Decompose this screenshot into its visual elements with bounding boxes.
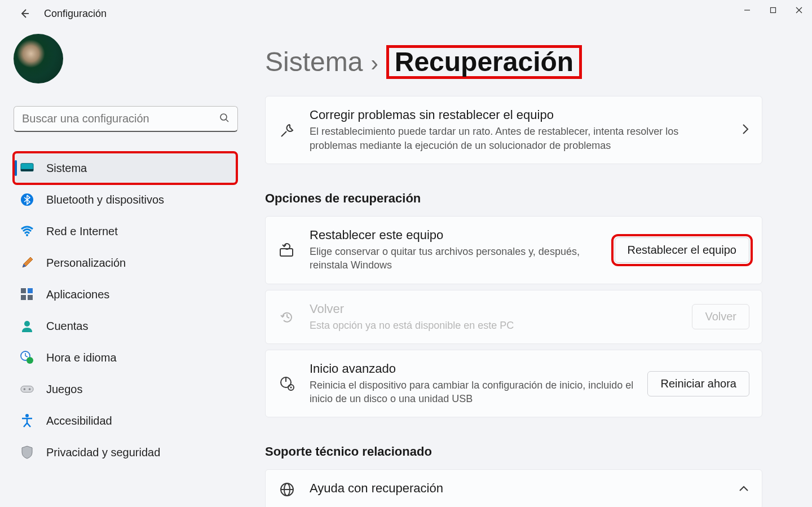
back-arrow-icon	[19, 8, 30, 19]
back-button[interactable]	[14, 2, 36, 25]
sidebar-item-system[interactable]: Sistema	[14, 152, 237, 184]
sidebar-item-accounts[interactable]: Cuentas	[14, 310, 237, 342]
svg-point-15	[24, 321, 30, 327]
svg-rect-8	[21, 169, 33, 171]
sidebar-item-apps[interactable]: Aplicaciones	[14, 279, 237, 310]
card-title: Inicio avanzado	[310, 361, 634, 376]
window-controls	[734, 0, 812, 20]
svg-point-22	[29, 388, 31, 390]
apps-icon	[20, 288, 34, 301]
svg-rect-14	[28, 295, 33, 300]
wrench-icon	[278, 122, 296, 138]
reset-pc-button[interactable]: Restablecer el equipo	[615, 237, 749, 263]
svg-rect-12	[28, 288, 33, 293]
card-description: Reinicia el dispositivo para cambiar la …	[310, 378, 634, 406]
svg-point-30	[290, 387, 292, 389]
history-icon	[278, 309, 296, 325]
power-gear-icon	[278, 375, 296, 392]
card-action: Volver	[692, 304, 749, 329]
reset-pc-icon	[278, 241, 296, 258]
chevron-up-icon	[738, 484, 749, 495]
card-go-back: Volver Esta opción ya no está disponible…	[265, 290, 762, 344]
breadcrumb-separator-icon: ›	[370, 51, 378, 76]
sidebar: Sistema Bluetooth y dispositivos Red e I…	[0, 34, 242, 468]
bluetooth-icon	[20, 193, 34, 206]
breadcrumb-parent[interactable]: Sistema	[265, 46, 363, 77]
maximize-icon	[770, 7, 776, 14]
shield-icon	[20, 446, 34, 459]
sidebar-item-bluetooth[interactable]: Bluetooth y dispositivos	[14, 184, 237, 215]
maximize-button[interactable]	[760, 0, 786, 20]
sidebar-item-label: Accesibilidad	[46, 415, 112, 427]
card-reset-pc: Restablecer este equipo Elige conservar …	[265, 216, 762, 284]
card-troubleshoot[interactable]: Corregir problemas sin restablecer el eq…	[265, 96, 762, 164]
card-description: Elige conservar o quitar tus archivos pe…	[310, 245, 601, 272]
sidebar-item-label: Cuentas	[46, 320, 89, 333]
sidebar-item-label: Hora e idioma	[46, 351, 117, 364]
paintbrush-icon	[20, 256, 34, 270]
monitor-icon	[20, 161, 34, 175]
card-action: Reiniciar ahora	[647, 371, 749, 396]
sidebar-item-time-language[interactable]: Hora e idioma	[14, 342, 237, 373]
sidebar-item-label: Red e Internet	[46, 225, 118, 238]
svg-rect-24	[280, 249, 293, 256]
svg-rect-1	[771, 8, 776, 13]
sidebar-item-label: Bluetooth y dispositivos	[46, 193, 164, 206]
section-related-support: Soporte técnico relacionado	[265, 444, 768, 459]
close-button[interactable]	[786, 0, 812, 20]
svg-rect-11	[21, 288, 26, 293]
sidebar-item-personalization[interactable]: Personalización	[14, 247, 237, 279]
user-avatar[interactable]	[14, 34, 63, 83]
svg-point-10	[26, 234, 28, 236]
svg-line-6	[226, 120, 228, 122]
main-content: Sistema › Recuperación Corregir problema…	[265, 45, 768, 507]
gamepad-icon	[20, 382, 34, 396]
sidebar-item-label: Privacidad y seguridad	[46, 446, 160, 459]
card-title: Restablecer este equipo	[310, 228, 601, 243]
card-advanced-startup: Inicio avanzado Reinicia el dispositivo …	[265, 350, 762, 418]
active-indicator	[15, 160, 17, 176]
restart-now-button[interactable]: Reiniciar ahora	[647, 371, 749, 396]
section-recovery-options: Opciones de recuperación	[265, 191, 768, 206]
chevron-right-icon	[742, 123, 749, 138]
accessibility-icon	[20, 414, 34, 427]
card-body: Volver Esta opción ya no está disponible…	[310, 302, 678, 332]
card-body: Inicio avanzado Reinicia el dispositivo …	[310, 361, 634, 406]
go-back-button: Volver	[692, 304, 749, 329]
sidebar-item-label: Aplicaciones	[46, 288, 109, 301]
page-title: Recuperación	[386, 45, 582, 79]
sidebar-item-privacy[interactable]: Privacidad y seguridad	[14, 437, 237, 468]
card-title: Ayuda con recuperación	[310, 481, 725, 496]
card-action: Restablecer el equipo	[615, 237, 749, 263]
sidebar-item-label: Sistema	[46, 162, 87, 175]
app-title: Configuración	[44, 8, 107, 20]
sidebar-item-label: Personalización	[46, 257, 126, 270]
card-body: Restablecer este equipo Elige conservar …	[310, 228, 601, 272]
svg-line-26	[287, 317, 289, 318]
nav-list: Sistema Bluetooth y dispositivos Red e I…	[14, 152, 237, 468]
card-help-recovery[interactable]: Ayuda con recuperación	[265, 469, 762, 507]
card-description: El restablecimiento puede tardar un rato…	[310, 125, 728, 152]
card-description: Esta opción ya no está disponible en est…	[310, 319, 678, 332]
svg-rect-13	[21, 295, 26, 300]
card-title: Corregir problemas sin restablecer el eq…	[310, 108, 728, 122]
breadcrumb: Sistema › Recuperación	[265, 45, 768, 79]
minimize-button[interactable]	[734, 0, 760, 20]
card-body: Corregir problemas sin restablecer el eq…	[310, 108, 728, 152]
search-icon	[219, 113, 230, 125]
card-title: Volver	[310, 302, 678, 316]
svg-point-19	[27, 357, 33, 364]
close-icon	[796, 7, 802, 14]
search-input[interactable]	[22, 112, 219, 125]
sidebar-item-network[interactable]: Red e Internet	[14, 215, 237, 247]
card-body: Ayuda con recuperación	[310, 481, 725, 498]
wifi-icon	[20, 224, 34, 238]
globe-icon	[278, 482, 296, 497]
sidebar-item-gaming[interactable]: Juegos	[14, 373, 237, 405]
sidebar-item-accessibility[interactable]: Accesibilidad	[14, 405, 237, 437]
svg-point-23	[25, 414, 29, 417]
clock-globe-icon	[20, 351, 34, 364]
header: Configuración	[0, 0, 812, 27]
search-box[interactable]	[14, 106, 238, 132]
person-icon	[20, 319, 34, 333]
